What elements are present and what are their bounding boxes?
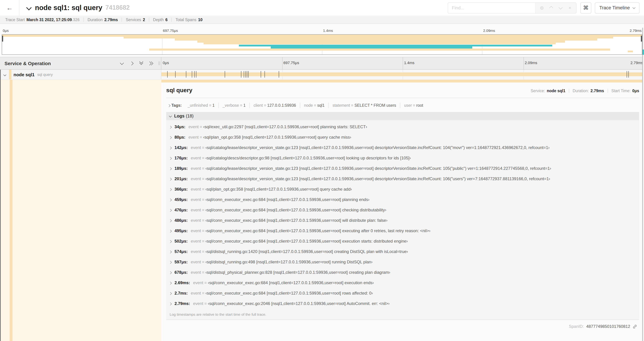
meta-value: 10	[198, 18, 202, 22]
log-entry[interactable]: 574μs:event=‹sql/distsql_running.go:1420…	[166, 246, 639, 257]
detail-divider	[166, 98, 639, 98]
tag-item[interactable]: user=root	[400, 103, 427, 108]
log-field: event=‹sql/plan_opt.go:358 [nsql1,client…	[191, 187, 352, 192]
collapse-trace-icon[interactable]	[27, 5, 31, 11]
log-expander-icon[interactable]	[169, 176, 172, 181]
log-field-value: ‹sql/conn_executor_exec.go:684 [nsql1,cl…	[206, 208, 386, 212]
log-entry[interactable]: 176μs:event=‹sql/catalog/descs/descripto…	[166, 153, 639, 163]
log-entry[interactable]: 201μs:event=‹sql/catalog/lease/descripto…	[166, 174, 639, 184]
expand-all-icon[interactable]	[149, 61, 153, 65]
collapse-all-icon[interactable]	[139, 61, 143, 65]
log-expander-icon[interactable]	[169, 218, 172, 223]
log-entry[interactable]: 476μs:event=‹sql/conn_executor_exec.go:6…	[166, 205, 639, 215]
log-entry[interactable]: 2.69ms:event=‹sql/conn_executor_exec.go:…	[166, 278, 639, 288]
log-expander-icon[interactable]	[169, 228, 172, 233]
view-selector-button[interactable]: Trace Timeline	[595, 2, 640, 13]
log-expander-icon[interactable]	[169, 239, 172, 244]
log-timestamp: 176μs:	[174, 156, 188, 160]
detail-meta-label: Duration:	[573, 89, 589, 93]
log-expander-icon[interactable]	[169, 301, 172, 306]
log-entry[interactable]: 34μs:event=‹sql/exec_util.go:2297 [nsql1…	[166, 122, 639, 132]
span-detail-card: sql query Service:node sql1Duration:2.79…	[161, 83, 644, 329]
log-expander-icon[interactable]	[169, 156, 172, 160]
log-expander-icon[interactable]	[169, 208, 172, 212]
tag-equals: =	[313, 103, 317, 107]
expand-one-icon[interactable]	[130, 61, 134, 65]
log-entry[interactable]: 486μs:event=‹sql/conn_executor_exec.go:6…	[166, 215, 639, 226]
next-match-icon[interactable]	[558, 6, 563, 10]
spanid-label: SpanID:	[569, 324, 584, 329]
detail-meta: Service:node sql1Duration:2.79msStart Ti…	[527, 89, 639, 93]
clear-find-icon[interactable]: ×	[568, 6, 572, 10]
log-entry[interactable]: 2.79ms:event=‹sql/conn_executor_exec.go:…	[166, 298, 639, 309]
back-button[interactable]: ←	[0, 0, 20, 16]
tag-item[interactable]: _verbose=1	[218, 103, 250, 108]
span-expander-icon[interactable]	[4, 71, 6, 78]
log-expander-icon[interactable]	[169, 124, 172, 129]
log-field-equals: =	[203, 280, 208, 285]
viewport-right-handle[interactable]	[641, 36, 642, 42]
span-detail-row: sql query Service:node sql1Duration:2.79…	[0, 80, 644, 341]
log-timestamp: 366μs:	[174, 187, 188, 192]
log-entry[interactable]: 502μs:event=‹sql/conn_executor_exec.go:6…	[166, 236, 639, 246]
find-input[interactable]	[448, 3, 535, 13]
tag-key: user	[404, 103, 412, 107]
log-expander-icon[interactable]	[169, 197, 172, 202]
tag-equals: =	[239, 103, 243, 107]
log-expander-icon[interactable]	[169, 270, 172, 275]
log-expander-icon[interactable]	[169, 187, 172, 192]
log-expander-icon[interactable]	[169, 135, 172, 140]
left-scrollbar[interactable]	[0, 70, 1, 341]
minimap-canvas[interactable]	[2, 34, 642, 55]
log-entry[interactable]: 189μs:event=‹sql/catalog/lease/descripto…	[166, 163, 639, 174]
tag-item[interactable]: client=127.0.0.1:59936	[249, 103, 300, 108]
log-field: event=‹sql/conn_executor_exec.go:684 [ns…	[193, 280, 374, 285]
log-entry[interactable]: 495μs:event=‹sql/conn_executor_exec.go:6…	[166, 226, 639, 236]
scroll-marker	[642, 50, 644, 55]
log-entry[interactable]: 366μs:event=‹sql/plan_opt.go:358 [nsql1,…	[166, 184, 639, 194]
keyboard-shortcuts-button[interactable]: ⌘	[580, 2, 591, 13]
log-timestamp: 486μs:	[174, 218, 188, 223]
top-bar: ← node sql1: sql query 7418682 × ⌘ Trace…	[0, 0, 644, 16]
meta-label: Depth	[153, 18, 164, 22]
span-tree-item[interactable]: node sql1 sql query	[0, 70, 161, 79]
log-expander-icon[interactable]	[169, 249, 172, 254]
log-marker	[186, 71, 186, 78]
log-entry[interactable]: 678μs:event=‹sql/distsql_physical_planne…	[166, 267, 639, 278]
service-color-bar	[9, 70, 12, 79]
log-expander-icon[interactable]	[169, 291, 172, 296]
prev-match-icon[interactable]	[549, 6, 553, 10]
log-expander-icon[interactable]	[169, 280, 172, 285]
log-expander-icon[interactable]	[169, 166, 172, 171]
span-bar-lane[interactable]	[161, 70, 644, 79]
log-expander-icon[interactable]	[169, 145, 172, 150]
logs-expander-icon[interactable]	[169, 114, 172, 119]
log-entry[interactable]: 80μs:event=‹sql/plan_opt.go:358 [nsql1,c…	[166, 132, 639, 142]
log-field-key: event	[191, 239, 201, 244]
log-field-value: ‹sql/distsql_physical_planner.go:828 [ns…	[206, 270, 390, 275]
log-entry[interactable]: 459μs:event=‹sql/conn_executor_exec.go:6…	[166, 194, 639, 205]
deep-link-icon[interactable]	[632, 324, 637, 329]
log-expander-icon[interactable]	[169, 259, 172, 264]
logs-header[interactable]: Logs (18)	[166, 112, 639, 120]
log-field-equals: =	[201, 156, 206, 160]
collapse-one-icon[interactable]	[120, 61, 124, 65]
meta-label: Services	[126, 18, 141, 22]
column-resize-grip[interactable]	[158, 61, 160, 65]
tag-item[interactable]: node=sql1	[300, 103, 328, 108]
log-marker	[167, 71, 168, 78]
log-entry[interactable]: 597μs:event=‹sql/distsql_running.go:498 …	[166, 257, 639, 267]
log-timestamp: 502μs:	[174, 239, 188, 244]
tag-item[interactable]: _unfinished=1	[184, 103, 218, 108]
right-scrollbar[interactable]	[642, 28, 644, 341]
ruler-tick-label: 0μs	[163, 61, 169, 65]
focus-match-icon[interactable]	[540, 6, 544, 10]
trace-id: 7418682	[106, 4, 130, 12]
viewport-left-handle[interactable]	[2, 36, 3, 42]
tags-expander-icon[interactable]	[168, 103, 170, 107]
tag-item[interactable]: statement=SELECT * FROM users	[328, 103, 400, 108]
log-entry[interactable]: 2.7ms:event=‹sql/conn_executor_exec.go:6…	[166, 288, 639, 298]
span-duration-bar[interactable]	[161, 72, 644, 76]
log-entry[interactable]: 142μs:event=‹sql/catalog/lease/descripto…	[166, 142, 639, 153]
tags-row[interactable]: Tags: _unfinished=1_verbose=1client=127.…	[166, 103, 639, 108]
